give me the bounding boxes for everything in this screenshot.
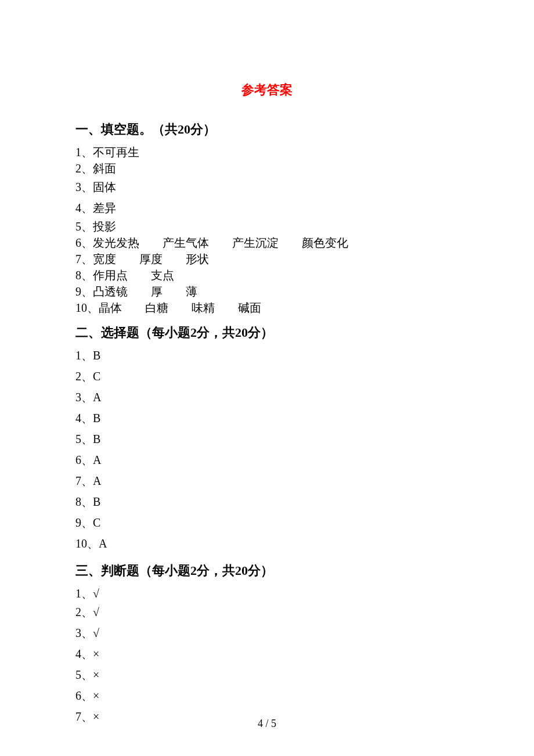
s1-answer-5: 5、投影: [75, 218, 459, 235]
document-page: 参考答案 一、填空题。（共20分） 1、不可再生 2、斜面 3、固体 4、差异 …: [0, 0, 534, 756]
s2-answer-10: 10、A: [75, 535, 459, 552]
s3-answer-4: 4、×: [75, 646, 459, 662]
s2-answer-7: 7、A: [75, 473, 459, 489]
s3-answer-2: 2、√: [75, 604, 459, 620]
section-2-heading: 二、选择题（每小题2分，共20分）: [75, 324, 459, 341]
s1-answer-4: 4、差异: [75, 200, 459, 216]
s3-answer-1: 1、√: [75, 585, 459, 602]
s3-answer-5: 5、×: [75, 667, 459, 683]
s1-answer-6: 6、发光发热 产生气体 产生沉淀 颜色变化: [75, 235, 459, 251]
section-3-heading: 三、判断题（每小题2分，共20分）: [75, 562, 459, 579]
page-number: 4 / 5: [0, 718, 534, 730]
s1-answer-8: 8、作用点 支点: [75, 267, 459, 283]
s2-answer-2: 2、C: [75, 368, 459, 384]
s3-answer-3: 3、√: [75, 625, 459, 641]
document-title: 参考答案: [75, 81, 459, 99]
section-1-heading: 一、填空题。（共20分）: [75, 121, 459, 138]
s3-answer-6: 6、×: [75, 687, 459, 704]
s1-answer-1: 1、不可再生: [75, 144, 459, 160]
s1-answer-2: 2、斜面: [75, 160, 459, 177]
s2-answer-9: 9、C: [75, 514, 459, 531]
s2-answer-3: 3、A: [75, 389, 459, 405]
s2-answer-1: 1、B: [75, 347, 459, 363]
s2-answer-8: 8、B: [75, 494, 459, 510]
s2-answer-4: 4、B: [75, 410, 459, 426]
s1-answer-3: 3、固体: [75, 179, 459, 195]
s1-answer-9: 9、凸透镜 厚 薄: [75, 283, 459, 300]
s1-answer-10: 10、晶体 白糖 味精 碱面: [75, 300, 459, 316]
s2-answer-5: 5、B: [75, 431, 459, 447]
s2-answer-6: 6、A: [75, 452, 459, 468]
s1-answer-7: 7、宽度 厚度 形状: [75, 251, 459, 267]
